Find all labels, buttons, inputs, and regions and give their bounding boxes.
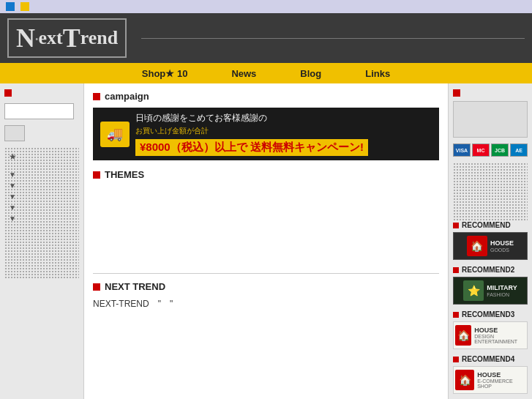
- amex-icon: AE: [510, 143, 528, 157]
- recommend-1-sub: GOODS: [490, 247, 514, 253]
- search-button[interactable]: [4, 125, 25, 141]
- recommend-2-banner[interactable]: ⭐ MILITARY FASHION: [453, 277, 528, 305]
- recommend-3-title: RECOMMEND3: [462, 310, 514, 318]
- recommend-2-title: RECOMMEND2: [462, 266, 514, 274]
- right-dots-bg: [453, 163, 528, 221]
- truck-icon: 🚚: [100, 122, 130, 147]
- recommend-1-red-sq: [453, 223, 459, 228]
- jcb-icon: JCB: [491, 143, 509, 157]
- main-layout: ★ ▼ ▼ ▼ ▼ ▼ campaign 🚚 日頃の感謝をこめてお客様感謝の: [0, 83, 532, 399]
- themes-section: THEMES: [93, 169, 439, 274]
- recommend-2-content: ⭐ MILITARY FASHION: [462, 279, 519, 302]
- recommend-1-header: RECOMMEND: [453, 221, 528, 229]
- sidebar-links: ★ ▼ ▼ ▼ ▼ ▼: [4, 147, 79, 228]
- recommend-4-banner[interactable]: 🏠 HOUSE E-COMMERCE SHOP: [453, 366, 528, 394]
- recommend-2-texts: MILITARY FASHION: [487, 284, 517, 297]
- banner-text: 日頃の感謝をこめてお客様感謝の お買い上げ金額が合計 ¥8000（税込）以上で …: [135, 112, 432, 156]
- recommend-3-banner[interactable]: 🏠 HOUSE DESIGN ENTERTAINMENT: [453, 321, 528, 349]
- nav-bar: Shop★ 10 News Blog Links: [0, 63, 532, 83]
- logo-rend: rend: [80, 27, 119, 49]
- recommend-4-header: RECOMMEND4: [453, 355, 528, 363]
- themes-red-sq: [93, 171, 100, 179]
- recommend-3: RECOMMEND3 🏠 HOUSE DESIGN ENTERTAINMENT: [453, 310, 528, 349]
- top-dot-yellow: [20, 2, 29, 11]
- sidebar-link-2[interactable]: ▼: [9, 180, 75, 191]
- recommend-4-texts: HOUSE E-COMMERCE SHOP: [477, 371, 525, 389]
- banner-sub: お買い上げ金額が合計: [135, 126, 209, 136]
- recommend-2-header: RECOMMEND2: [453, 266, 528, 274]
- nav-news[interactable]: News: [231, 68, 256, 79]
- sidebar-link-5[interactable]: ▼: [9, 213, 75, 224]
- search-input[interactable]: [4, 103, 74, 119]
- center-content: campaign 🚚 日頃の感謝をこめてお客様感謝の お買い上げ金額が合計 ¥8…: [84, 83, 448, 399]
- recommend-3-header: RECOMMEND3: [453, 310, 528, 318]
- recommend-2-text: MILITARY: [487, 284, 517, 292]
- recommend-4-text: HOUSE: [477, 371, 525, 379]
- recommend-2-icon: ⭐: [463, 280, 484, 301]
- banner-title: 日頃の感謝をこめてお客様感謝の: [135, 112, 432, 124]
- logo: N · ext T rend: [7, 18, 127, 58]
- top-bar: [0, 0, 532, 13]
- recommend-1-icon: 🏠: [467, 236, 487, 256]
- header-line: [141, 38, 525, 39]
- campaign-banner: 🚚 日頃の感謝をこめてお客様感謝の お買い上げ金額が合計 ¥8000（税込）以上…: [93, 108, 439, 160]
- search-btn-area: [4, 125, 79, 143]
- header: N · ext T rend: [0, 13, 532, 63]
- banner-highlight: ¥8000（税込）以上で 送料無料キャンペーン!: [135, 139, 368, 156]
- mc-icon: MC: [472, 143, 490, 157]
- left-sidebar: ★ ▼ ▼ ▼ ▼ ▼: [0, 83, 84, 399]
- recommend-1: RECOMMEND 🏠 HOUSE GOODS: [453, 221, 528, 260]
- next-trend-title: NEXT TREND: [105, 281, 165, 292]
- recommend-2-red-sq: [453, 267, 459, 273]
- next-trend-red-sq: [93, 283, 100, 291]
- right-gray-box: [453, 101, 528, 138]
- recommend-2-sub: FASHION: [487, 292, 517, 297]
- recommend-4: RECOMMEND4 🏠 HOUSE E-COMMERCE SHOP: [453, 355, 528, 394]
- recommend-4-sub: E-COMMERCE SHOP: [477, 379, 525, 389]
- next-trend-text: NEXT-TREND " ": [93, 298, 439, 310]
- campaign-title: campaign: [105, 91, 149, 102]
- recommend-3-sub: DESIGN ENTERTAINMENT: [474, 334, 525, 344]
- recommend-4-title: RECOMMEND4: [462, 355, 514, 363]
- sidebar-link-3[interactable]: ▼: [9, 191, 75, 202]
- recommend-1-content: 🏠 HOUSE GOODS: [465, 234, 515, 258]
- nav-shop[interactable]: Shop★ 10: [142, 68, 188, 79]
- right-sidebar: VISA MC JCB AE RECOMMEND 🏠 HOUSE GOODS: [448, 83, 532, 399]
- recommend-2: RECOMMEND2 ⭐ MILITARY FASHION: [453, 266, 528, 305]
- star-icon: ★: [9, 152, 17, 162]
- sidebar-dots-bg: ★ ▼ ▼ ▼ ▼ ▼: [4, 147, 79, 279]
- recommend-1-title: RECOMMEND: [462, 221, 511, 229]
- logo-t: T: [63, 23, 80, 53]
- top-dot-blue: [6, 2, 15, 11]
- next-trend-section: NEXT TREND NEXT-TREND " ": [93, 281, 439, 310]
- banner-bottom: お買い上げ金額が合計 ¥8000（税込）以上で 送料無料キャンペーン!: [135, 126, 432, 156]
- nav-links[interactable]: Links: [365, 68, 390, 79]
- recommend-1-texts: HOUSE GOODS: [490, 239, 514, 253]
- sidebar-star: ★: [9, 152, 75, 162]
- visa-icon: VISA: [453, 143, 471, 157]
- search-area: [4, 103, 79, 122]
- sidebar-red-dot-top: [4, 89, 12, 97]
- campaign-red-sq: [93, 93, 100, 100]
- recommend-3-texts: HOUSE DESIGN ENTERTAINMENT: [474, 327, 525, 345]
- themes-title: THEMES: [105, 169, 144, 180]
- sidebar-link-4[interactable]: ▼: [9, 202, 75, 213]
- themes-area: [93, 186, 439, 274]
- recommend-3-icon: 🏠: [455, 325, 471, 346]
- sidebar-link-1[interactable]: ▼: [9, 169, 75, 180]
- logo-ext: ext: [39, 27, 63, 49]
- recommend-4-icon: 🏠: [455, 370, 474, 390]
- recommend-1-banner[interactable]: 🏠 HOUSE GOODS: [453, 232, 528, 260]
- campaign-section-header: campaign: [93, 91, 439, 102]
- logo-n: N: [16, 23, 35, 53]
- recommend-4-red-sq: [453, 357, 459, 362]
- nav-blog[interactable]: Blog: [300, 68, 321, 79]
- recommend-3-text: HOUSE: [474, 327, 525, 335]
- next-trend-header: NEXT TREND: [93, 281, 439, 292]
- recommend-3-content: 🏠 HOUSE DESIGN ENTERTAINMENT: [454, 324, 527, 347]
- right-red-dot-top: [453, 89, 460, 97]
- recommend-3-red-sq: [453, 312, 459, 318]
- themes-section-header: THEMES: [93, 169, 439, 180]
- recommend-1-text: HOUSE: [490, 239, 514, 247]
- logo-dot: ·: [35, 32, 39, 48]
